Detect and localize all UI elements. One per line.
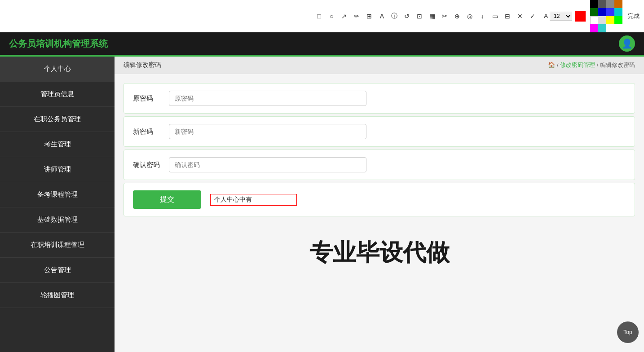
sidebar-item-announcement[interactable]: 公告管理: [0, 258, 115, 283]
old-password-input[interactable]: [169, 91, 366, 106]
undo-icon[interactable]: ↺: [402, 11, 412, 21]
header-avatar[interactable]: 👤: [619, 35, 635, 52]
plus-icon[interactable]: ⊕: [452, 11, 462, 21]
sidebar-item-candidate-mgmt[interactable]: 考生管理: [0, 132, 115, 157]
scissors-icon[interactable]: ✂: [440, 11, 450, 21]
toolbar-overlay: □ ○ ↗ ✏ ⊞ A ⓘ ↺ ⊡ ▦ ✂ ⊕ ◎ ↓ ▭ ⊟ ✕ ✓ A 12…: [0, 0, 644, 32]
breadcrumb-sep2: /: [597, 62, 600, 68]
new-password-input[interactable]: [169, 124, 366, 139]
confirm-password-input[interactable]: [169, 157, 366, 172]
color-dark-blue[interactable]: [598, 8, 606, 16]
color-white[interactable]: [590, 16, 598, 24]
arrow-icon[interactable]: ↗: [339, 11, 349, 21]
sidebar-item-admin-info[interactable]: 管理员信息: [0, 82, 115, 107]
close-icon[interactable]: ✕: [515, 11, 525, 21]
confirm-password-card: 确认密码: [124, 150, 635, 180]
new-password-card: 新密码: [124, 116, 635, 147]
breadcrumb-home[interactable]: 🏠: [548, 62, 555, 68]
color-light-gray[interactable]: [598, 16, 606, 24]
avatar-icon: 👤: [622, 38, 633, 49]
color-orange[interactable]: [614, 0, 622, 8]
app-title: 公务员培训机构管理系统: [9, 38, 108, 50]
color-cyan[interactable]: [614, 8, 622, 16]
app-wrapper: 公务员培训机构管理系统 👤 个人中心 管理员信息 在职公务员管理 考生管理 讲师…: [0, 0, 644, 352]
top-button-label: Top: [623, 329, 632, 335]
circle-icon[interactable]: ○: [326, 11, 336, 21]
rect-icon[interactable]: □: [314, 11, 324, 21]
old-password-label: 原密码: [133, 94, 169, 103]
top-button[interactable]: Top: [617, 321, 639, 343]
old-password-card: 原密码: [124, 83, 635, 114]
confirm-password-label: 确认密码: [133, 161, 169, 169]
sidebar-item-training-course[interactable]: 在职培训课程管理: [0, 233, 115, 258]
color-yellow[interactable]: [606, 16, 614, 24]
download-icon[interactable]: ↓: [477, 11, 487, 21]
color-teal[interactable]: [598, 24, 606, 32]
pencil-icon[interactable]: ✏: [352, 11, 362, 21]
sidebar-item-personal-center[interactable]: 个人中心: [0, 57, 115, 82]
font-label: A: [544, 13, 548, 19]
color-green[interactable]: [614, 16, 622, 24]
sidebar-item-employee-mgmt[interactable]: 在职公务员管理: [0, 107, 115, 132]
screen-icon[interactable]: ▭: [490, 11, 500, 21]
form-area: 原密码 新密码 确认密码 提交: [115, 74, 644, 352]
font-section: A 12 14 16 18 24: [544, 12, 572, 21]
grid-icon[interactable]: ⊞: [364, 11, 374, 21]
toolbar-icons: □ ○ ↗ ✏ ⊞ A ⓘ ↺ ⊡ ▦ ✂ ⊕ ◎ ↓ ▭ ⊟ ✕ ✓ A 12…: [314, 0, 640, 32]
breadcrumb: 🏠 / 修改密码管理 / 编辑修改密码: [548, 61, 635, 69]
new-password-label: 新密码: [133, 128, 169, 136]
app-header: 公务员培训机构管理系统 👤: [0, 32, 644, 55]
text-icon[interactable]: A: [377, 11, 387, 21]
font-size-select[interactable]: 12 14 16 18 24: [550, 12, 572, 21]
color-dark-gray[interactable]: [598, 0, 606, 8]
submit-card: 提交: [124, 183, 635, 216]
pin-icon[interactable]: ⊟: [503, 11, 512, 21]
breadcrumb-level2: 编辑修改密码: [600, 62, 635, 68]
color-gray[interactable]: [606, 0, 614, 8]
page-header-bar: 编辑修改密码 🏠 / 修改密码管理 / 编辑修改密码: [115, 57, 644, 74]
color-picker-red[interactable]: [575, 11, 586, 22]
finish-button[interactable]: 完成: [628, 12, 640, 20]
watermark-area: 专业毕设代做: [124, 219, 635, 286]
watermark-text: 专业毕设代做: [309, 237, 450, 268]
sidebar-item-instructor-mgmt[interactable]: 讲师管理: [0, 157, 115, 182]
main-content: 编辑修改密码 🏠 / 修改密码管理 / 编辑修改密码 原密码: [115, 57, 644, 352]
check-icon[interactable]: ✓: [528, 11, 538, 21]
color-dark-green[interactable]: [590, 8, 598, 16]
info-icon[interactable]: ⓘ: [389, 11, 399, 21]
sidebar: 个人中心 管理员信息 在职公务员管理 考生管理 讲师管理 备考课程管理 基础数据…: [0, 57, 115, 352]
submit-button[interactable]: 提交: [133, 190, 201, 209]
sidebar-item-carousel[interactable]: 轮播图管理: [0, 283, 115, 308]
color-palette: [590, 0, 622, 32]
app-body: 个人中心 管理员信息 在职公务员管理 考生管理 讲师管理 备考课程管理 基础数据…: [0, 57, 644, 352]
annotation-input[interactable]: [210, 194, 297, 206]
color-magenta[interactable]: [590, 24, 598, 32]
color-blue[interactable]: [606, 8, 614, 16]
sidebar-item-basic-data[interactable]: 基础数据管理: [0, 207, 115, 233]
mosaic-icon[interactable]: ▦: [427, 11, 437, 21]
capture-icon[interactable]: ⊡: [415, 11, 424, 21]
color-black[interactable]: [590, 0, 598, 8]
sidebar-item-course-prep[interactable]: 备考课程管理: [0, 182, 115, 207]
breadcrumb-level1[interactable]: 修改密码管理: [560, 62, 595, 68]
target-icon[interactable]: ◎: [465, 11, 475, 21]
page-header-title: 编辑修改密码: [124, 61, 161, 69]
